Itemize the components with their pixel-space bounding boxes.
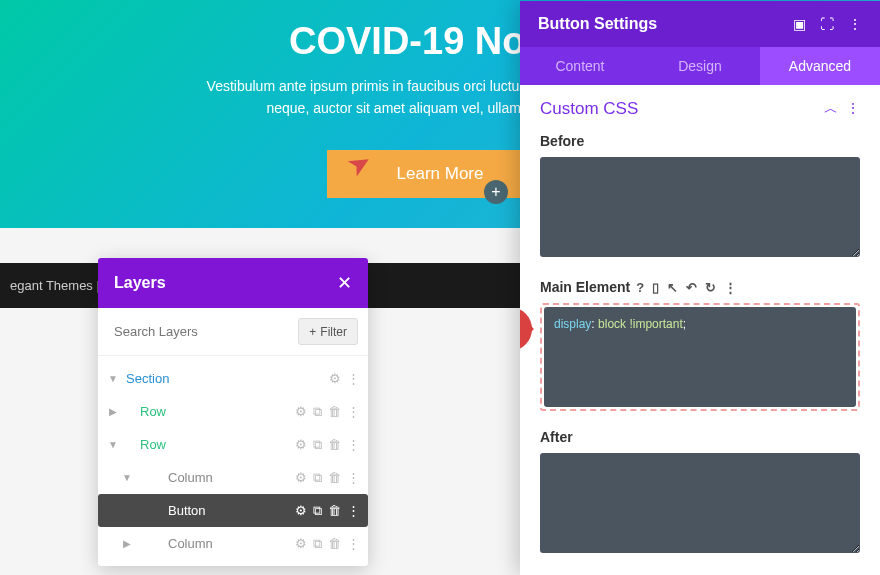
dots-icon[interactable]: ⋮ xyxy=(724,280,737,295)
tree-row-column[interactable]: ▼ Column ⚙⧉🗑⋮ xyxy=(98,461,368,494)
chevron-down-icon[interactable]: ▼ xyxy=(106,439,120,450)
after-css-input[interactable] xyxy=(540,453,860,553)
tab-advanced[interactable]: Advanced xyxy=(760,47,880,85)
settings-body: Custom CSS ︿⋮ Before Main Element ? ▯ ↖ … xyxy=(520,85,880,575)
copy-icon[interactable]: ⧉ xyxy=(313,536,322,552)
chevron-right-icon[interactable]: ▶ xyxy=(120,538,134,549)
trash-icon[interactable]: 🗑 xyxy=(328,404,341,420)
expand-icon[interactable]: ⛶ xyxy=(820,16,834,32)
main-element-css-input[interactable]: display: block !important; xyxy=(544,307,856,407)
help-icon[interactable]: ? xyxy=(636,280,644,295)
footer-text: egant Themes | xyxy=(10,278,100,293)
layers-header: Layers ✕ xyxy=(98,258,368,308)
dots-icon[interactable]: ⋮ xyxy=(848,16,862,32)
before-label: Before xyxy=(540,133,860,149)
trash-icon[interactable]: 🗑 xyxy=(328,536,341,552)
settings-panel: Button Settings ▣ ⛶ ⋮ Content Design Adv… xyxy=(520,1,880,575)
copy-icon[interactable]: ⧉ xyxy=(313,437,322,453)
dots-icon[interactable]: ⋮ xyxy=(846,100,860,118)
tree-row-section[interactable]: ▼ Section ⚙⋮ xyxy=(98,362,368,395)
main-element-highlight: 1 display: block !important; xyxy=(540,303,860,411)
gear-icon[interactable]: ⚙ xyxy=(295,470,307,486)
dots-icon[interactable]: ⋮ xyxy=(347,470,360,486)
search-input[interactable] xyxy=(108,318,290,345)
layers-title: Layers xyxy=(114,274,166,292)
dots-icon[interactable]: ⋮ xyxy=(347,404,360,420)
section-header[interactable]: Custom CSS ︿⋮ xyxy=(540,99,860,119)
gear-icon[interactable]: ⚙ xyxy=(295,437,307,453)
reset-icon[interactable]: ↻ xyxy=(705,280,716,295)
dots-icon[interactable]: ⋮ xyxy=(347,536,360,552)
after-label: After xyxy=(540,429,860,445)
close-icon[interactable]: ✕ xyxy=(337,272,352,294)
before-css-input[interactable] xyxy=(540,157,860,257)
filter-button[interactable]: +Filter xyxy=(298,318,358,345)
section-label: Section xyxy=(120,368,329,389)
row-label: Row xyxy=(134,401,295,422)
settings-title: Button Settings xyxy=(538,15,657,33)
step-badge: 1 xyxy=(520,307,532,351)
copy-icon[interactable]: ⧉ xyxy=(313,470,322,486)
cursor-icon[interactable]: ↶ xyxy=(686,280,697,295)
dots-icon[interactable]: ⋮ xyxy=(347,371,360,386)
dots-icon[interactable]: ⋮ xyxy=(347,437,360,453)
tab-design[interactable]: Design xyxy=(640,47,760,85)
settings-header: Button Settings ▣ ⛶ ⋮ xyxy=(520,1,880,47)
section-title: Custom CSS xyxy=(540,99,638,119)
chevron-up-icon[interactable]: ︿ xyxy=(824,100,838,118)
gear-icon[interactable]: ⚙ xyxy=(295,404,307,420)
phone-icon[interactable]: ▯ xyxy=(652,280,659,295)
trash-icon[interactable]: 🗑 xyxy=(328,437,341,453)
row-label: Row xyxy=(134,434,295,455)
button-label: Button xyxy=(162,500,295,521)
layers-search-bar: +Filter xyxy=(98,308,368,356)
layers-tree: ▼ Section ⚙⋮ ▶ Row ⚙⧉🗑⋮ ▼ Row ⚙⧉🗑⋮ ▼ Col… xyxy=(98,356,368,566)
gear-icon[interactable]: ⚙ xyxy=(295,503,307,519)
tab-content[interactable]: Content xyxy=(520,47,640,85)
tree-row-column[interactable]: ▶ Column ⚙⧉🗑⋮ xyxy=(98,527,368,560)
copy-icon[interactable]: ⧉ xyxy=(313,503,322,519)
focus-icon[interactable]: ▣ xyxy=(793,16,806,32)
main-element-label: Main Element ? ▯ ↖ ↶ ↻ ⋮ xyxy=(540,279,860,295)
chevron-right-icon[interactable]: ▶ xyxy=(106,406,120,417)
trash-icon[interactable]: 🗑 xyxy=(328,470,341,486)
gear-icon[interactable]: ⚙ xyxy=(329,371,341,386)
trash-icon[interactable]: 🗑 xyxy=(328,503,341,519)
dots-icon[interactable]: ⋮ xyxy=(347,503,360,519)
tree-row-button[interactable]: Button ⚙⧉🗑⋮ xyxy=(98,494,368,527)
hover-icon[interactable]: ↖ xyxy=(667,280,678,295)
filter-label: Filter xyxy=(320,325,347,339)
column-label: Column xyxy=(162,533,295,554)
chevron-down-icon[interactable]: ▼ xyxy=(120,472,134,483)
plus-icon: + xyxy=(309,325,316,339)
tree-row-row[interactable]: ▼ Row ⚙⧉🗑⋮ xyxy=(98,428,368,461)
settings-tabs: Content Design Advanced xyxy=(520,47,880,85)
copy-icon[interactable]: ⧉ xyxy=(313,404,322,420)
tree-row-row[interactable]: ▶ Row ⚙⧉🗑⋮ xyxy=(98,395,368,428)
layers-panel: Layers ✕ +Filter ▼ Section ⚙⋮ ▶ Row ⚙⧉🗑⋮… xyxy=(98,258,368,566)
gear-icon[interactable]: ⚙ xyxy=(295,536,307,552)
chevron-down-icon[interactable]: ▼ xyxy=(106,373,120,384)
add-module-button[interactable]: + xyxy=(484,180,508,204)
column-label: Column xyxy=(162,467,295,488)
